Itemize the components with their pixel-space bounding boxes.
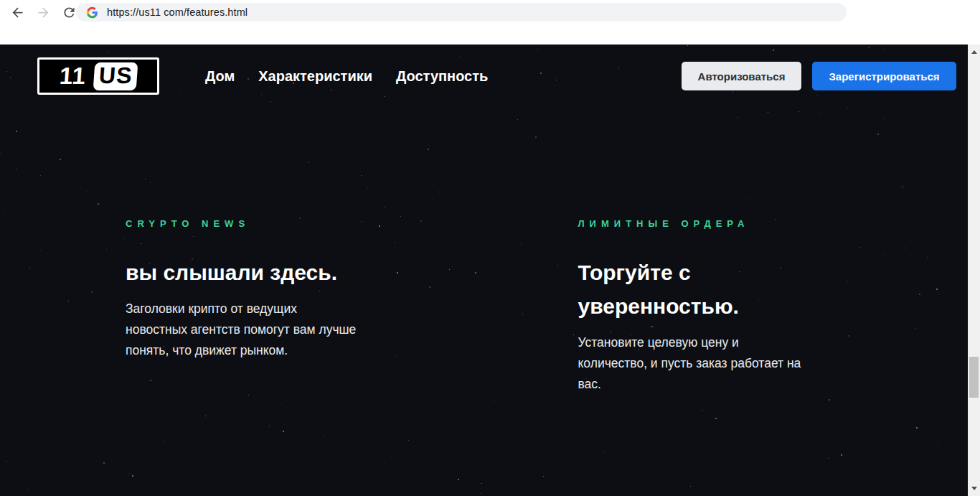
star-dot [281,403,282,404]
star-dot [936,289,938,290]
nav-link-home[interactable]: Дом [205,68,235,85]
scroll-down-icon[interactable] [968,482,980,495]
star-dot [916,427,918,429]
star-dot [367,187,368,188]
nav-link-availability[interactable]: Доступность [396,68,488,85]
star-dot [361,175,362,176]
star-dot [29,133,30,134]
star-dot [816,95,817,96]
register-button[interactable]: Зарегистрироваться [812,62,956,90]
star-dot [819,113,819,113]
star-dot [385,207,385,207]
star-dot [124,238,125,238]
page-content: 11 US Дом Характеристики Доступность Авт… [0,45,968,496]
back-arrow-icon[interactable] [7,2,27,22]
star-dot [283,431,284,432]
star-dot [889,139,890,140]
vertical-scrollbar[interactable] [968,45,980,496]
feature-body: Установите целевую цену и количество, и … [578,332,855,395]
star-dot [859,247,860,248]
star-dot [915,328,915,329]
feature-crypto-news: CRYPTO NEWS вы слышали здесь. Заголовки … [126,218,402,395]
star-dot [40,175,41,176]
star-dot [88,191,88,192]
star-dot [408,440,409,441]
star-dot [164,441,164,441]
star-dot [905,248,905,248]
star-dot [6,461,7,462]
site-logo[interactable]: 11 US [37,57,159,95]
browser-chrome: https://us11 com/features.html [0,0,980,45]
star-dot [494,400,494,401]
nav-link-features[interactable]: Характеристики [258,68,372,85]
forward-arrow-icon[interactable] [33,2,53,22]
scrollbar-thumb[interactable] [969,357,979,398]
star-dot [16,169,17,169]
star-dot [877,134,879,135]
star-dot [103,462,105,464]
feature-eyebrow: CRYPTO NEWS [126,218,402,229]
star-dot [409,131,410,131]
star-dot [129,473,130,474]
star-dot [608,192,609,192]
star-dot [98,139,98,139]
star-dot [269,426,270,426]
login-button[interactable]: Авторизоваться [682,62,801,90]
star-dot [91,291,93,293]
star-dot [400,216,401,217]
star-dot [829,458,829,459]
star-dot [927,257,928,258]
star-dot [60,159,61,160]
star-dot [535,136,537,138]
star-dot [550,485,550,485]
star-dot [29,268,30,269]
star-dot [27,489,28,490]
scroll-up-icon[interactable] [968,46,980,58]
star-dot [0,153,1,154]
star-dot [517,119,518,120]
star-dot [543,476,544,477]
star-dot [205,416,206,416]
address-bar[interactable]: https://us11 com/features.html [76,3,847,22]
star-dot [458,479,459,480]
star-dot [40,250,41,251]
star-dot [150,182,151,183]
star-dot [948,251,948,252]
feature-title: вы слышали здесь. [126,256,402,289]
star-dot [749,200,750,200]
star-dot [428,149,429,150]
feature-eyebrow: ЛИМИТНЫЕ ОРДЕРА [578,218,855,229]
star-dot [606,410,606,411]
star-dot [132,475,133,477]
browser-nav-controls [7,2,79,22]
star-dot [481,483,482,484]
feature-body: Заголовки крипто от ведущих новостных аг… [126,299,402,361]
star-dot [106,249,107,250]
star-dot [884,118,885,119]
logo-number: 11 [58,62,87,90]
star-dot [738,117,738,118]
star-dot [478,192,479,192]
star-dot [885,254,885,255]
star-dot [841,454,842,456]
star-dot [702,410,703,411]
star-dot [4,215,5,215]
star-dot [715,418,717,419]
feature-title: Торгуйте с уверенностью. [578,256,855,323]
auth-buttons: Авторизоваться Зарегистрироваться [682,62,956,90]
feature-columns: CRYPTO NEWS вы слышали здесь. Заголовки … [126,218,854,395]
star-dot [829,399,830,401]
star-dot [690,486,691,487]
star-dot [480,493,481,494]
star-dot [798,111,799,112]
star-dot [919,294,920,295]
star-dot [384,462,385,463]
star-dot [270,101,271,102]
star-dot [308,162,309,163]
star-dot [439,192,440,192]
star-dot [902,186,903,187]
site-header: 11 US Дом Характеристики Доступность Авт… [0,45,968,95]
main-nav: Дом Характеристики Доступность [205,68,488,85]
logo-letters: US [93,62,138,90]
star-dot [603,451,604,451]
